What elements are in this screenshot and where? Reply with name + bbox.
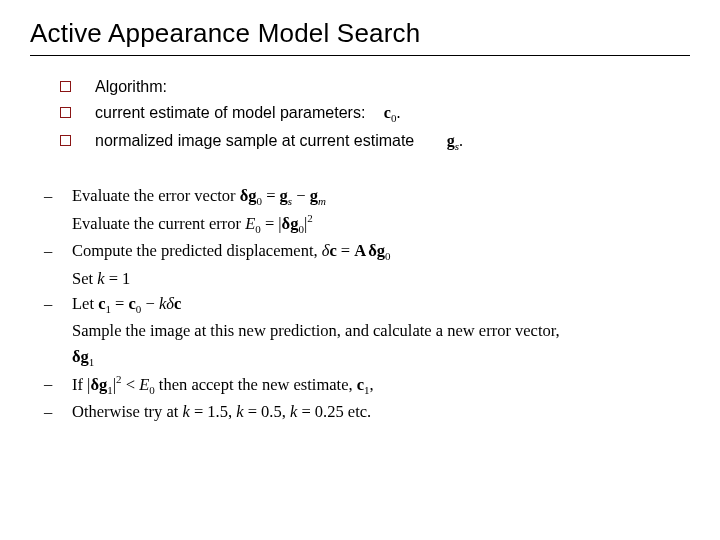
t: Evaluate the current error [72,214,245,233]
algo-text: Evaluate the current error E0 = |δg0|2 [72,210,690,238]
t: = 1 [105,269,131,288]
sym: δg [90,375,107,394]
square-bullet-icon [60,135,71,146]
t: , [370,375,374,394]
sym: g [310,186,318,205]
t: = [262,186,280,205]
dash-icon [40,399,72,425]
bullet-item: Algorithm: [60,74,690,100]
t: Compute the predicted displacement, [72,241,322,260]
sym-main: g [447,132,455,149]
t: Otherwise try at [72,402,182,421]
bullet-text: current estimate of model parameters: c0… [95,100,690,127]
t: = [111,294,129,313]
sym: δg [240,186,257,205]
sym: δg [368,241,385,260]
sym: δ [166,294,174,313]
algo-line: Set k = 1 [40,266,690,292]
algo-line: Evaluate the current error E0 = |δg0|2 [40,210,690,238]
t: = 0.25 etc. [297,402,371,421]
dash-icon [40,238,72,264]
sym: c [329,241,336,260]
algo-text: Evaluate the error vector δg0 = gs − gm [72,183,690,210]
sym: E [245,214,255,233]
sup: 2 [307,212,313,224]
sym: δg [282,214,299,233]
algo-text: Compute the predicted displacement, δc =… [72,238,690,265]
sym-main: c [384,104,391,121]
algorithm-block: Evaluate the error vector δg0 = gs − gm … [40,183,690,425]
algo-text: If |δg1|2 < E0 then accept the new estim… [72,371,690,399]
t: = 1.5, [190,402,236,421]
sym: g [280,186,288,205]
t: − [292,186,310,205]
sym: c [357,375,364,394]
t: = [337,241,355,260]
algo-text: Sample the image at this new prediction,… [72,318,690,344]
title-underline [30,55,690,56]
algo-text: δg1 [72,344,690,371]
bullet-label: normalized image sample at current estim… [95,132,414,149]
sub: 1 [89,356,95,368]
algo-line: Sample the image at this new prediction,… [40,318,690,344]
slide-title: Active Appearance Model Search [30,18,690,49]
sym: E [139,375,149,394]
t: Sample the image at this new prediction,… [72,321,560,340]
sym: c [129,294,136,313]
algo-text: Let c1 = c0 − kδc [72,291,690,318]
symbol-gs: gs. [447,132,463,149]
sym-dot: . [459,132,463,149]
t: = 0.5, [244,402,290,421]
algo-line: δg1 [40,344,690,371]
square-bullet-icon [60,81,71,92]
t: Evaluate the error vector [72,186,240,205]
sym: k [236,402,243,421]
dash-icon [40,371,72,397]
algo-text: Otherwise try at k = 1.5, k = 0.5, k = 0… [72,399,690,425]
t: = | [261,214,282,233]
bullet-label: current estimate of model parameters: [95,104,365,121]
bullet-list: Algorithm: current estimate of model par… [60,74,690,155]
sub: 0 [385,251,391,263]
bullet-text: Algorithm: [95,74,690,100]
t: If | [72,375,90,394]
t: − [141,294,159,313]
t: Set [72,269,97,288]
sym: δg [72,347,89,366]
bullet-item: normalized image sample at current estim… [60,128,690,155]
sym: c [174,294,181,313]
square-bullet-icon [60,107,71,118]
algo-line: If |δg1|2 < E0 then accept the new estim… [40,371,690,399]
algo-text: Set k = 1 [72,266,690,292]
algo-line: Otherwise try at k = 1.5, k = 0.5, k = 0… [40,399,690,425]
bullet-item: current estimate of model parameters: c0… [60,100,690,127]
sym: A [354,241,366,260]
dash-icon [40,183,72,209]
symbol-c0: c0. [384,104,401,121]
t: Let [72,294,98,313]
sub: m [318,195,326,207]
algo-line: Compute the predicted displacement, δc =… [40,238,690,265]
t: then accept the new estimate, [155,375,357,394]
slide: Active Appearance Model Search Algorithm… [0,0,720,540]
sym: k [182,402,189,421]
algo-line: Evaluate the error vector δg0 = gs − gm [40,183,690,210]
algo-line: Let c1 = c0 − kδc [40,291,690,318]
dash-icon [40,291,72,317]
sym: k [97,269,104,288]
sym-dot: . [396,104,400,121]
bullet-text: normalized image sample at current estim… [95,128,690,155]
t: < [122,375,140,394]
